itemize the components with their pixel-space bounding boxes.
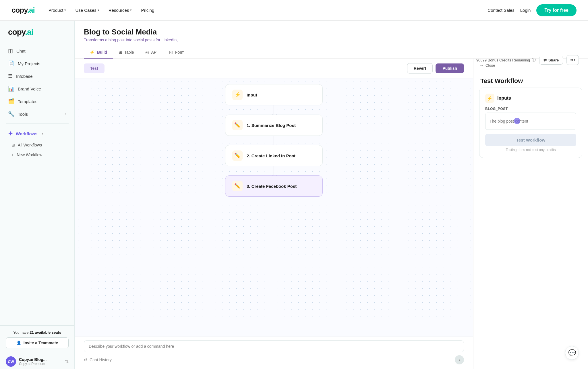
- all-workflows-label: All Workflows: [18, 143, 42, 147]
- invite-teammate-button[interactable]: 👤 Invite a Teammate: [6, 337, 69, 348]
- test-workflow-button[interactable]: Test Workflow: [485, 134, 576, 146]
- nav-resources[interactable]: Resources ▾: [109, 8, 132, 13]
- right-panel: → Close Test Workflow ⚡ Inputs BLOG_POST…: [473, 59, 588, 369]
- more-button[interactable]: •••: [566, 55, 579, 65]
- test-button[interactable]: Test: [84, 63, 105, 73]
- sidebar-all-workflows[interactable]: ⊞ All Workflows: [7, 140, 71, 150]
- sidebar-user-info: Copy.ai Blog... Copy.ai Premium: [19, 357, 62, 366]
- sidebar-user[interactable]: CW Copy.ai Blog... Copy.ai Premium ⇅: [0, 353, 74, 369]
- sidebar-item-templates[interactable]: 🗂️ Templates: [3, 95, 71, 107]
- share-label: Share: [548, 58, 559, 62]
- node-connector-3: [274, 166, 274, 175]
- chat-widget[interactable]: 💬: [565, 346, 579, 360]
- revert-button[interactable]: Revert: [407, 63, 433, 74]
- sidebar-item-brandvoice[interactable]: 📊 Brand Voice: [3, 83, 71, 95]
- sidebar-item-infobase[interactable]: ☰ Infobase: [3, 70, 71, 82]
- node-facebook-icon: ✏️: [232, 181, 243, 191]
- user-expand-icon: ⇅: [65, 359, 69, 364]
- publish-button[interactable]: Publish: [436, 63, 464, 73]
- seats-text: You have 21 available seats: [6, 330, 69, 335]
- tab-build[interactable]: ⚡ Build: [84, 47, 113, 59]
- topnav-links: Product ▾ Use Cases ▾ Resources ▾ Pricin…: [49, 8, 488, 13]
- nodes-area: ⚡ Input ✏️ 1. Summarize Blog Post ✏️ 2. …: [75, 78, 473, 337]
- credits-info-icon[interactable]: ⓘ: [532, 57, 536, 63]
- nav-product[interactable]: Product ▾: [49, 8, 66, 13]
- tab-table[interactable]: ⊞ Table: [113, 47, 140, 59]
- sidebar-item-infobase-label: Infobase: [16, 74, 33, 79]
- seats-count: 21 available seats: [30, 330, 61, 335]
- tab-api-label: API: [151, 50, 158, 55]
- nav-product-chevron-icon: ▾: [64, 8, 66, 12]
- sidebar-bottom: You have 21 available seats 👤 Invite a T…: [0, 325, 74, 353]
- table-tab-icon: ⊞: [119, 50, 122, 55]
- node-linkedin[interactable]: ✏️ 2. Create Linked In Post: [225, 145, 323, 166]
- node-input[interactable]: ⚡ Input: [225, 84, 323, 105]
- node-summarize[interactable]: ✏️ 1. Summarize Blog Post: [225, 115, 323, 136]
- try-free-button[interactable]: Try for free: [536, 4, 577, 16]
- sidebar-new-workflow[interactable]: + New Workflow: [7, 150, 71, 159]
- tab-table-label: Table: [124, 50, 134, 55]
- workflow-header: Blog to Social Media Transforms a blog p…: [75, 21, 588, 59]
- all-workflows-icon: ⊞: [11, 143, 15, 147]
- workflow-title: Blog to Social Media: [84, 28, 579, 36]
- myprojects-icon: 📄: [8, 60, 14, 67]
- content-wrapper: Blog to Social Media Transforms a blog p…: [75, 21, 588, 59]
- tab-api[interactable]: ◎ API: [140, 47, 163, 59]
- inputs-title: Inputs: [497, 96, 511, 101]
- node-input-label: Input: [247, 92, 257, 97]
- sidebar-divider: [6, 123, 69, 124]
- chat-history-icon: ↺: [84, 358, 87, 362]
- node-summarize-icon: ✏️: [232, 120, 243, 130]
- chat-history-row[interactable]: ↺ Chat History ›: [84, 352, 464, 366]
- avatar: CW: [6, 356, 16, 367]
- sidebar-workflows-header[interactable]: ✦ Workflows ▾: [3, 127, 71, 140]
- tab-form[interactable]: ◱ Form: [163, 47, 190, 59]
- sidebar-item-brandvoice-label: Brand Voice: [18, 86, 41, 91]
- build-tab-icon: ⚡: [90, 50, 95, 55]
- login-link[interactable]: Login: [520, 8, 531, 13]
- inputs-card-header: ⚡ Inputs: [485, 94, 576, 103]
- workflow-subtitle: Transforms a blog post into social posts…: [84, 38, 579, 42]
- contact-sales-link[interactable]: Contact Sales: [488, 8, 514, 13]
- tools-arrow-icon: ›: [65, 112, 66, 116]
- workflows-icon: ✦: [8, 130, 13, 137]
- node-input-icon: ⚡: [232, 90, 243, 100]
- blog-post-input[interactable]: [485, 113, 576, 130]
- workflow-body: Test Revert Publish ⚡ Input ✏️ 1. Summar…: [75, 59, 588, 369]
- share-button[interactable]: ⇄ Share: [539, 56, 563, 65]
- api-tab-icon: ◎: [145, 50, 149, 55]
- nav-resources-chevron-icon: ▾: [130, 8, 132, 12]
- node-facebook[interactable]: ✏️ 3. Create Facebook Post: [225, 175, 323, 197]
- invite-icon: 👤: [16, 341, 21, 345]
- topnav-logo: copy.ai: [11, 6, 35, 15]
- blog-post-input-wrapper: [485, 113, 576, 130]
- sidebar-item-myprojects-label: My Projects: [18, 61, 40, 66]
- nav-product-label: Product: [49, 8, 63, 13]
- chat-widget-icon: 💬: [568, 349, 576, 357]
- chat-command-input[interactable]: [84, 340, 464, 352]
- nav-pricing[interactable]: Pricing: [141, 8, 154, 13]
- nav-resources-label: Resources: [109, 8, 129, 13]
- nav-pricing-label: Pricing: [141, 8, 154, 13]
- node-linkedin-icon: ✏️: [232, 150, 243, 161]
- blog-post-label: BLOG_POST: [485, 107, 576, 111]
- node-summarize-label: 1. Summarize Blog Post: [247, 123, 296, 128]
- sidebar-logo: copy.ai: [0, 28, 74, 45]
- sidebar: copy.ai ◫ Chat 📄 My Projects ☰ Infobase …: [0, 21, 75, 369]
- chat-history-button[interactable]: ›: [455, 355, 464, 364]
- node-facebook-label: 3. Create Facebook Post: [247, 184, 297, 189]
- main-layout: copy.ai ◫ Chat 📄 My Projects ☰ Infobase …: [0, 21, 588, 369]
- sidebar-item-templates-label: Templates: [18, 99, 37, 104]
- node-linkedin-label: 2. Create Linked In Post: [247, 153, 295, 158]
- sidebar-item-chat[interactable]: ◫ Chat: [3, 45, 71, 57]
- top-navigation: copy.ai Product ▾ Use Cases ▾ Resources …: [0, 0, 588, 21]
- templates-icon: 🗂️: [8, 98, 14, 105]
- test-workflow-title: Test Workflow: [473, 72, 588, 88]
- nav-usecases-label: Use Cases: [75, 8, 96, 13]
- nav-usecases[interactable]: Use Cases ▾: [75, 8, 99, 13]
- sidebar-item-tools[interactable]: 🔧 Tools ›: [3, 108, 71, 120]
- sidebar-item-chat-label: Chat: [16, 49, 26, 53]
- new-workflow-icon: +: [11, 152, 14, 157]
- sidebar-item-myprojects[interactable]: 📄 My Projects: [3, 57, 71, 69]
- sidebar-username: Copy.ai Blog...: [19, 357, 62, 362]
